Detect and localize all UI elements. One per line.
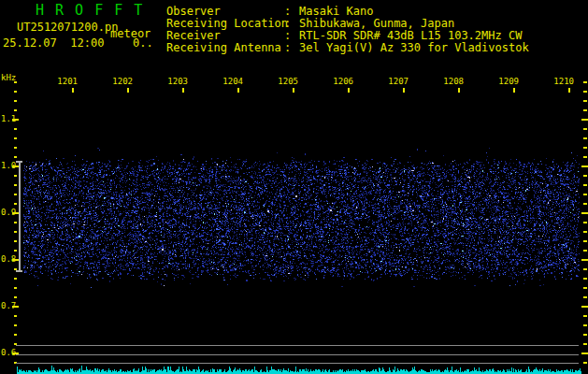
freq-minor-tick-right <box>583 268 587 270</box>
freq-minor-tick-right <box>583 128 587 130</box>
freq-minor-tick-right <box>583 222 587 223</box>
band-marker-bottom-cap <box>16 270 22 272</box>
freq-minor-tick-left <box>14 315 17 317</box>
freq-minor-tick-right <box>583 250 587 252</box>
freq-major-tick-right <box>581 119 588 121</box>
time-tick-label: 1208 <box>436 78 464 86</box>
freq-minor-tick-right <box>583 109 587 111</box>
freq-minor-tick-left <box>14 231 17 233</box>
freq-minor-tick-right <box>583 231 587 233</box>
time-tick-mark <box>568 88 570 93</box>
freq-minor-tick-right <box>583 91 587 93</box>
freq-minor-tick-left <box>14 100 17 102</box>
time-tick-label: 1203 <box>160 78 188 86</box>
time-tick-mark <box>403 88 405 93</box>
freq-minor-tick-right <box>583 81 587 83</box>
freq-major-tick-left <box>12 119 19 121</box>
freq-minor-tick-right <box>583 240 587 242</box>
freq-minor-tick-left <box>14 250 17 252</box>
info-value: RTL-SDR SDR# 43dB L15 103.2MHz CW <box>299 29 522 42</box>
hrofft-spectrogram-screen: H R O F F T UT2512071200.pn meteor 25.12… <box>0 0 588 374</box>
freq-minor-tick-right <box>583 194 587 195</box>
freq-minor-tick-right <box>583 334 587 336</box>
freq-major-tick-right <box>581 212 588 214</box>
station-info-block: Observer:Masaki KanoReceiving Location:S… <box>166 6 529 54</box>
echo-count-text: 0.. <box>133 37 153 50</box>
time-tick-mark <box>348 88 350 93</box>
freq-minor-tick-right <box>583 175 587 177</box>
info-value: Shibukawa, Gunma, Japan <box>299 17 454 30</box>
freq-minor-tick-right <box>583 343 587 345</box>
freq-minor-tick-left <box>14 175 17 177</box>
freq-major-tick-right <box>581 306 588 308</box>
freq-major-tick-right <box>581 165 588 167</box>
band-marker-line <box>19 162 21 272</box>
freq-minor-tick-right <box>583 137 587 139</box>
info-colon: : <box>284 42 294 54</box>
freq-major-tick-right <box>581 352 588 354</box>
info-label: Receiving Antenna <box>166 42 284 54</box>
app-title: H R O F F T <box>36 4 144 18</box>
freq-minor-tick-left <box>14 147 17 149</box>
freq-minor-tick-left <box>14 184 17 186</box>
freq-minor-tick-right <box>583 147 587 149</box>
level-ref-line-1 <box>16 345 579 346</box>
freq-minor-tick-left <box>14 324 17 326</box>
freq-minor-tick-left <box>14 109 17 111</box>
freq-minor-tick-right <box>583 296 587 298</box>
freq-minor-tick-right <box>583 362 587 364</box>
info-value: 3el Yagi(V) Az 330 for Vladivostok <box>299 41 529 54</box>
freq-minor-tick-left <box>14 296 17 298</box>
freq-minor-tick-left <box>14 128 17 130</box>
freq-major-tick-left <box>12 212 19 214</box>
time-tick-label: 1209 <box>491 78 519 86</box>
freq-major-tick-left <box>12 165 19 167</box>
freq-minor-tick-right <box>583 315 587 317</box>
time-tick-label: 1206 <box>325 78 353 86</box>
freq-minor-tick-left <box>14 91 17 93</box>
freq-minor-tick-right <box>583 156 587 158</box>
band-marker-top-cap <box>16 161 22 163</box>
time-tick-label: 1207 <box>380 78 409 86</box>
time-tick-label: 1204 <box>215 78 243 86</box>
datetime-text: 25.12.07 12:00 <box>3 37 104 50</box>
time-tick-label: 1202 <box>105 78 133 86</box>
time-tick-mark <box>293 88 294 93</box>
time-tick-mark <box>182 88 184 93</box>
time-tick-mark <box>513 88 515 93</box>
freq-minor-tick-right <box>583 203 587 205</box>
time-tick-mark <box>72 88 74 93</box>
info-row: Receiving Antenna:3el Yagi(V) Az 330 for… <box>166 42 529 54</box>
time-tick-label: 1205 <box>270 78 298 86</box>
spectrogram-canvas <box>23 140 580 290</box>
time-tick-mark <box>127 88 129 93</box>
freq-minor-tick-left <box>14 287 17 289</box>
freq-minor-tick-left <box>14 334 17 336</box>
time-tick-mark <box>237 88 239 93</box>
time-tick-mark <box>458 88 460 93</box>
freq-minor-tick-right <box>583 278 587 280</box>
freq-minor-tick-left <box>14 137 17 139</box>
freq-minor-tick-left <box>14 156 17 158</box>
freq-minor-tick-left <box>14 240 17 242</box>
freq-minor-tick-left <box>14 278 17 280</box>
filename-text: UT2512071200.pn <box>17 22 118 34</box>
freq-minor-tick-left <box>14 194 17 195</box>
freq-major-tick-left <box>12 259 19 261</box>
freq-major-tick-left <box>12 306 19 308</box>
freq-minor-tick-left <box>14 222 17 223</box>
freq-minor-tick-left <box>14 81 17 83</box>
time-tick-label: 1210 <box>546 78 574 86</box>
level-ref-line-2 <box>16 354 579 355</box>
freq-minor-tick-right <box>583 100 587 102</box>
audio-level-strip <box>17 363 581 374</box>
freq-minor-tick-right <box>583 324 587 326</box>
freq-major-tick-right <box>581 259 588 261</box>
freq-minor-tick-right <box>583 184 587 186</box>
freq-minor-tick-right <box>583 287 587 289</box>
info-value: Masaki Kano <box>299 5 373 18</box>
time-tick-label: 1201 <box>50 78 78 86</box>
freq-minor-tick-left <box>14 203 17 205</box>
